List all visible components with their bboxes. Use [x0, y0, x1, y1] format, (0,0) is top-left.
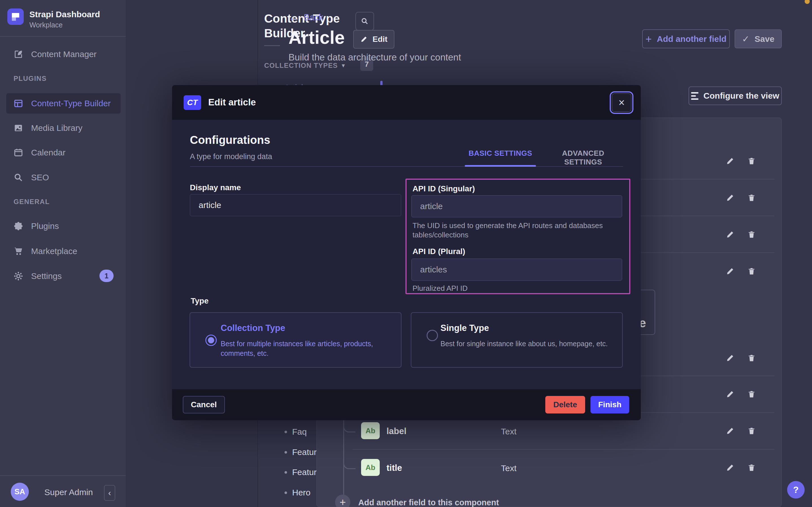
sidebar-item-seo[interactable]: SEO — [13, 171, 49, 184]
recording-indicator-dot — [805, 0, 810, 4]
field-type: Text — [501, 463, 516, 473]
sidebar-collapse-button[interactable]: ‹ — [104, 485, 115, 501]
pencil-icon[interactable] — [726, 157, 734, 165]
pencil-icon[interactable] — [726, 463, 734, 472]
chevron-left-icon: ‹ — [108, 488, 111, 498]
sidebar-item-calendar[interactable]: Calendar — [13, 146, 66, 159]
question-mark-icon: ? — [793, 485, 799, 495]
search-button[interactable] — [356, 12, 374, 31]
strapi-logo — [7, 8, 24, 25]
save-button[interactable]: ✓ Save — [735, 30, 782, 48]
sidebar-item-label: Content Manager — [31, 49, 97, 59]
trash-icon[interactable] — [747, 230, 756, 239]
calendar-icon — [13, 148, 23, 157]
delete-button[interactable]: Delete — [545, 396, 585, 413]
sidebar-item-marketplace[interactable]: Marketplace — [13, 244, 77, 258]
help-button[interactable]: ? — [787, 481, 805, 499]
sidebar-item-label: Settings — [31, 271, 62, 281]
trash-icon[interactable] — [747, 193, 756, 202]
check-icon: ✓ — [742, 34, 750, 44]
tab-basic-settings[interactable]: BASIC SETTINGS — [465, 149, 536, 158]
search-icon — [13, 173, 23, 182]
collection-types-label: COLLECTION TYPES — [264, 62, 338, 69]
configure-view-button[interactable]: Configure the view — [689, 87, 782, 105]
cancel-button[interactable]: Cancel — [183, 396, 225, 413]
sidebar-section-general: GENERAL — [13, 198, 50, 206]
component-item-faq[interactable]: Faq — [285, 426, 307, 438]
bullet-icon — [285, 451, 287, 454]
sidebar-item-label: SEO — [31, 173, 49, 182]
finish-button[interactable]: Finish — [590, 396, 629, 413]
display-name-label: Display name — [190, 183, 241, 192]
bullet-icon — [285, 431, 287, 433]
pencil-icon[interactable] — [726, 354, 734, 362]
collection-type-title: Collection Type — [221, 323, 286, 333]
add-field-to-component-label[interactable]: Add another field to this component — [358, 498, 499, 507]
page-subtitle: Build the data architecture of your cont… — [289, 52, 461, 63]
avatar[interactable]: SA — [11, 483, 29, 501]
content-manager-icon — [13, 49, 23, 59]
settings-notification-badge: 1 — [100, 270, 114, 282]
save-label: Save — [755, 34, 774, 44]
page-title: Article — [289, 27, 345, 48]
sidebar-item-plugins[interactable]: Plugins — [13, 219, 59, 233]
search-icon — [361, 17, 369, 25]
component-item-hero[interactable]: Hero — [285, 487, 311, 498]
gear-icon — [13, 271, 23, 281]
single-type-title: Single Type — [440, 323, 489, 333]
bullet-icon — [285, 471, 287, 474]
tab-advanced-settings[interactable]: ADVANCED SETTINGS — [544, 149, 622, 166]
list-settings-icon — [691, 92, 698, 100]
sidebar-item-label: Calendar — [31, 148, 66, 157]
sidebar-item-label: Content-Type Builder — [31, 99, 111, 108]
content-type-badge: CT — [184, 95, 201, 110]
api-id-singular-help: The UID is used to generate the API rout… — [413, 221, 619, 240]
field-name: title — [386, 463, 402, 473]
collection-types-header[interactable]: COLLECTION TYPES ▾ — [264, 62, 345, 69]
pencil-icon[interactable] — [726, 390, 734, 398]
radio-unselected-icon[interactable] — [427, 330, 438, 341]
api-id-highlight-box: API ID (Singular) The UID is used to gen… — [405, 179, 630, 294]
field-type-badge: Ab — [361, 422, 380, 439]
user-name: Super Admin — [44, 488, 93, 497]
sidebar-section-plugins: PLUGINS — [13, 75, 47, 82]
pencil-icon[interactable] — [726, 267, 734, 276]
api-id-plural-input[interactable] — [412, 259, 622, 281]
pencil-icon[interactable] — [726, 230, 734, 239]
pencil-icon[interactable] — [726, 427, 734, 435]
sidebar-item-content-manager[interactable]: Content Manager — [13, 48, 97, 61]
edit-button[interactable]: Edit — [353, 30, 394, 49]
close-icon: × — [618, 97, 625, 109]
add-another-field-button[interactable]: + Add another field — [642, 30, 730, 48]
back-link[interactable]: ← Back — [289, 11, 323, 23]
radio-selected-icon[interactable] — [205, 335, 217, 346]
trash-icon[interactable] — [747, 427, 756, 435]
back-label: Back — [304, 12, 323, 22]
sidebar-item-content-type-builder[interactable]: Content-Type Builder — [13, 97, 111, 110]
collection-type-description: Best for multiple instances like article… — [221, 339, 390, 358]
trash-icon[interactable] — [747, 354, 756, 362]
trash-icon[interactable] — [747, 267, 756, 276]
display-name-input[interactable] — [190, 194, 401, 216]
layout-grid-icon — [13, 99, 23, 108]
sidebar-item-label: Media Library — [31, 123, 82, 133]
single-type-option[interactable]: Single Type Best for single instance lik… — [411, 312, 623, 368]
pencil-icon[interactable] — [726, 193, 734, 202]
add-field-label: Add another field — [657, 34, 727, 44]
trash-icon[interactable] — [747, 463, 756, 472]
sidebar-item-media-library[interactable]: Media Library — [13, 121, 82, 135]
trash-icon[interactable] — [747, 157, 756, 165]
bullet-icon — [285, 492, 287, 494]
trash-icon[interactable] — [747, 390, 756, 398]
api-id-singular-label: API ID (Singular) — [413, 184, 475, 193]
modal-heading: Configurations — [190, 134, 270, 147]
api-id-singular-input[interactable] — [412, 195, 622, 217]
modal-header: CT Edit article × — [172, 85, 641, 120]
puzzle-icon — [13, 221, 23, 231]
collection-type-option[interactable]: Collection Type Best for multiple instan… — [190, 312, 401, 368]
brand-title: Strapi Dashboard — [29, 10, 100, 19]
title-divider — [264, 45, 280, 46]
arrow-left-icon: ← — [289, 11, 299, 23]
close-button[interactable]: × — [612, 93, 631, 112]
sidebar-item-settings[interactable]: Settings — [13, 269, 62, 283]
